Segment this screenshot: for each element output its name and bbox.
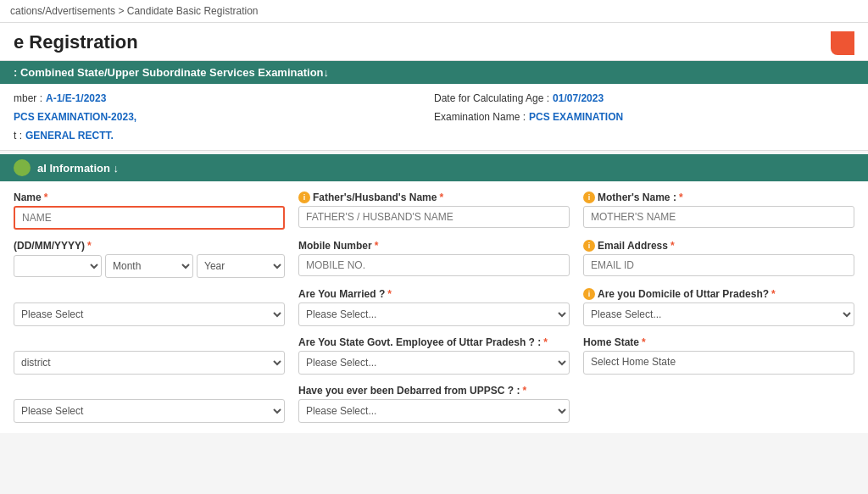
corner-badge (831, 31, 854, 55)
form-body: Name * i Father's/Husband's Name * i Mot… (0, 181, 868, 433)
col3-select[interactable]: Please Select (14, 399, 285, 423)
page-title: e Registration (14, 31, 138, 53)
debarred-select[interactable]: Please Select... Yes No (298, 399, 570, 423)
mother-name-group: i Mother's Name : * (583, 191, 854, 230)
married-label: Are You Married ? * (298, 288, 570, 300)
gender-label (14, 288, 285, 300)
candidate-name-label: Name * (14, 191, 285, 203)
mobile-input[interactable] (298, 254, 570, 276)
dob-month-select[interactable]: Month JanuaryFebruaryMarch AprilMayJune … (105, 254, 193, 278)
mother-name-label: i Mother's Name : * (583, 191, 854, 203)
info-icon-mother: i (583, 191, 595, 203)
gender-select[interactable]: Please Select Male Female Other (14, 303, 285, 326)
mother-name-input[interactable] (583, 206, 854, 228)
exam-date-row: Date for Calculating Age : 01/07/2023 (434, 91, 854, 106)
father-name-input[interactable] (298, 206, 570, 228)
home-state-group: Home State * Select Home State (583, 336, 854, 375)
district-label (14, 336, 285, 348)
info-icon-father: i (298, 191, 310, 203)
gender-group: Please Select Male Female Other (14, 288, 285, 326)
debarred-group: Have you ever been Debarred from UPPSC ?… (298, 385, 570, 423)
state-employee-select[interactable]: Please Select... Yes No (298, 351, 570, 375)
form-grid: Name * i Father's/Husband's Name * i Mot… (14, 191, 854, 423)
district-group: district Agra Lucknow (14, 336, 285, 375)
home-state-label: Home State * (583, 336, 854, 348)
home-state-display: Select Home State (583, 351, 854, 375)
domicile-label: i Are you Domicile of Uttar Pradesh? * (583, 288, 854, 300)
dob-group: (DD/MM/YYYY) * Month JanuaryFebruaryMarc… (14, 240, 285, 278)
dob-day-select[interactable] (14, 255, 102, 277)
married-select[interactable]: Please Select... Yes No (298, 303, 570, 326)
debarred-label: Have you ever been Debarred from UPPSC ?… (298, 385, 570, 397)
info-icon-domicile: i (583, 288, 595, 300)
candidate-name-group: Name * (14, 191, 285, 230)
email-label: i Email Address * (583, 240, 854, 252)
father-name-label: i Father's/Husband's Name * (298, 191, 570, 203)
email-group: i Email Address * (583, 240, 854, 278)
domicile-group: i Are you Domicile of Uttar Pradesh? * P… (583, 288, 854, 326)
section-header: al Information ↓ (0, 154, 868, 181)
exam-name-row: PCS EXAMINATION-2023, (14, 109, 434, 125)
mobile-group: Mobile Number * (298, 240, 570, 278)
dob-label: (DD/MM/YYYY) * (14, 240, 285, 252)
examination-name-row: Examination Name : PCS EXAMINATION (434, 109, 854, 125)
exam-info-bar: : Combined State/Upper Subordinate Servi… (0, 61, 868, 84)
candidate-name-input[interactable] (14, 206, 285, 230)
father-name-group: i Father's/Husband's Name * (298, 191, 570, 230)
exam-number-row: mber : A-1/E-1/2023 (14, 91, 434, 106)
spacer-label (14, 385, 285, 397)
email-input[interactable] (583, 254, 854, 276)
dob-year-select[interactable]: Year 1990199520002005 (197, 254, 285, 278)
domicile-select[interactable]: Please Select... Yes No (583, 303, 854, 326)
page-header: e Registration (0, 23, 868, 61)
breadcrumb: cations/Advertisements > Candidate Basic… (0, 0, 868, 23)
dob-inputs: Month JanuaryFebruaryMarch AprilMayJune … (14, 254, 285, 278)
info-icon-email: i (583, 240, 595, 252)
spacer-col3: Please Select (14, 385, 285, 423)
state-employee-group: Are You State Govt. Employee of Uttar Pr… (298, 336, 570, 375)
married-group: Are You Married ? * Please Select... Yes… (298, 288, 570, 326)
state-employee-label: Are You State Govt. Employee of Uttar Pr… (298, 336, 570, 348)
mobile-label: Mobile Number * (298, 240, 570, 252)
exam-type-row: t : GENERAL RECTT. (14, 128, 434, 143)
district-select[interactable]: district Agra Lucknow (14, 351, 285, 375)
exam-details: mber : A-1/E-1/2023 Date for Calculating… (0, 84, 868, 151)
